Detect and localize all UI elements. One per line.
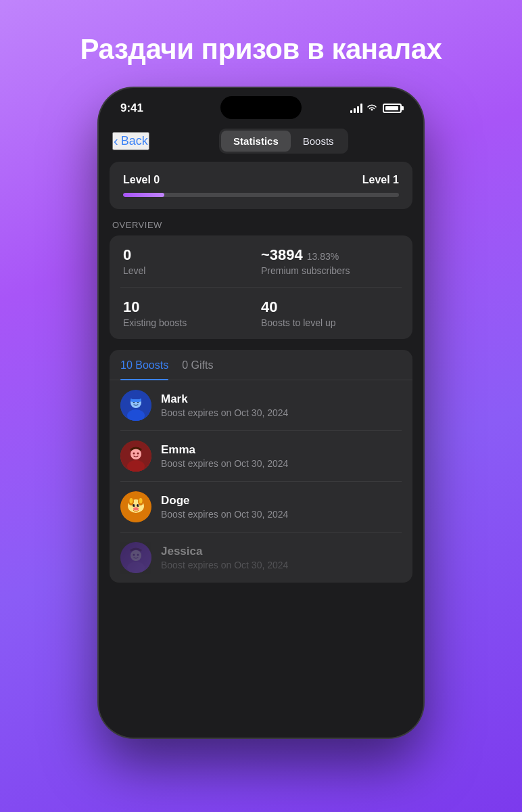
list-item: Jessica Boost expires on Oct 30, 2024 (120, 533, 402, 583)
avatar-image (120, 491, 151, 522)
user-name: Doge (161, 494, 288, 508)
svg-point-21 (138, 505, 139, 505)
svg-point-26 (133, 554, 135, 556)
list-item: Mark Boost expires on Oct 30, 2024 (120, 380, 402, 431)
svg-point-10 (133, 453, 135, 455)
stat-premium-label: Premium subscribers (261, 265, 399, 276)
svg-point-16 (130, 498, 133, 503)
user-list: Mark Boost expires on Oct 30, 2024 (110, 380, 412, 583)
tab-boosts[interactable]: Boosts (291, 131, 346, 152)
stat-boosts-to-level: 40 Boosts to level up (261, 298, 399, 328)
user-subtitle: Boost expires on Oct 30, 2024 (161, 407, 288, 418)
level-end-label: Level 1 (362, 174, 399, 186)
avatar-image (120, 390, 151, 421)
stat-existing-boosts-value: 10 (123, 298, 261, 316)
svg-point-22 (133, 508, 139, 511)
level-bar-container: Level 0 Level 1 (110, 162, 412, 209)
back-label: Back (121, 134, 148, 148)
overview-section: OVERVIEW 0 Level ~3894 13.83% Premium (110, 220, 412, 339)
phone-frame: 9:41 ‹ Back (99, 88, 423, 738)
stat-existing-boosts-label: Existing boosts (123, 317, 261, 328)
stat-boosts-to-level-value: 40 (261, 298, 399, 316)
list-item: Emma Boost expires on Oct 30, 2024 (120, 431, 402, 482)
signal-icon (350, 104, 362, 113)
status-icons (350, 103, 402, 114)
user-info: Doge Boost expires on Oct 30, 2024 (161, 494, 288, 520)
user-name: Jessica (161, 545, 288, 558)
overview-card: 0 Level ~3894 13.83% Premium subscribers (110, 235, 412, 339)
user-info: Mark Boost expires on Oct 30, 2024 (161, 392, 288, 418)
user-info: Emma Boost expires on Oct 30, 2024 (161, 443, 288, 469)
level-labels: Level 0 Level 1 (123, 174, 399, 186)
page-title: Раздачи призов в каналах (53, 0, 469, 88)
user-name: Emma (161, 443, 288, 457)
content-area: Level 0 Level 1 OVERVIEW 0 Level (99, 162, 423, 738)
stat-premium: ~3894 13.83% Premium subscribers (261, 246, 399, 276)
boosts-card: 10 Boosts 0 Gifts (110, 350, 412, 583)
svg-point-20 (134, 505, 135, 505)
stat-level: 0 Level (123, 246, 261, 276)
list-item: Doge Boost expires on Oct 30, 2024 (120, 482, 402, 533)
progress-bar-track (123, 193, 399, 197)
stat-premium-percentage: 13.83% (307, 251, 339, 262)
avatar (120, 441, 151, 472)
svg-point-19 (137, 504, 139, 507)
back-chevron-icon: ‹ (114, 133, 118, 149)
level-start-label: Level 0 (123, 174, 160, 186)
svg-point-24 (130, 550, 141, 561)
boosts-tab-gifts[interactable]: 0 Gifts (182, 359, 213, 380)
avatar-image (120, 441, 151, 472)
svg-point-8 (130, 449, 141, 459)
tab-group: Statistics Boosts (219, 129, 348, 154)
stat-existing-boosts: 10 Existing boosts (123, 298, 261, 328)
user-info: Jessica Boost expires on Oct 30, 2024 (161, 545, 288, 570)
dynamic-island (220, 96, 302, 119)
back-button[interactable]: ‹ Back (112, 132, 149, 150)
progress-bar-fill (123, 193, 164, 197)
svg-point-27 (137, 554, 139, 556)
wifi-icon (366, 103, 377, 114)
overview-grid: 0 Level ~3894 13.83% Premium subscribers (123, 246, 399, 328)
battery-icon (383, 104, 402, 113)
avatar (120, 542, 151, 573)
nav-bar: ‹ Back Statistics Boosts (99, 123, 423, 162)
svg-point-18 (133, 504, 135, 507)
avatar (120, 491, 151, 522)
boosts-tab-row: 10 Boosts 0 Gifts (110, 350, 412, 380)
svg-rect-6 (131, 397, 141, 399)
tab-statistics[interactable]: Statistics (221, 131, 291, 152)
user-name: Mark (161, 392, 288, 406)
overview-section-label: OVERVIEW (110, 220, 412, 230)
user-subtitle: Boost expires on Oct 30, 2024 (161, 560, 288, 570)
user-subtitle: Boost expires on Oct 30, 2024 (161, 458, 288, 469)
svg-point-17 (139, 498, 143, 503)
avatar (120, 390, 151, 421)
overview-divider (120, 287, 402, 288)
user-subtitle: Boost expires on Oct 30, 2024 (161, 509, 288, 520)
stat-level-label: Level (123, 265, 261, 276)
status-time: 9:41 (120, 102, 143, 115)
avatar-image (120, 542, 151, 573)
svg-point-11 (137, 453, 139, 455)
boosts-tab-boosts[interactable]: 10 Boosts (120, 359, 168, 380)
stat-premium-value: ~3894 13.83% (261, 246, 399, 264)
stat-boosts-to-level-label: Boosts to level up (261, 317, 399, 328)
stat-level-value: 0 (123, 246, 261, 264)
